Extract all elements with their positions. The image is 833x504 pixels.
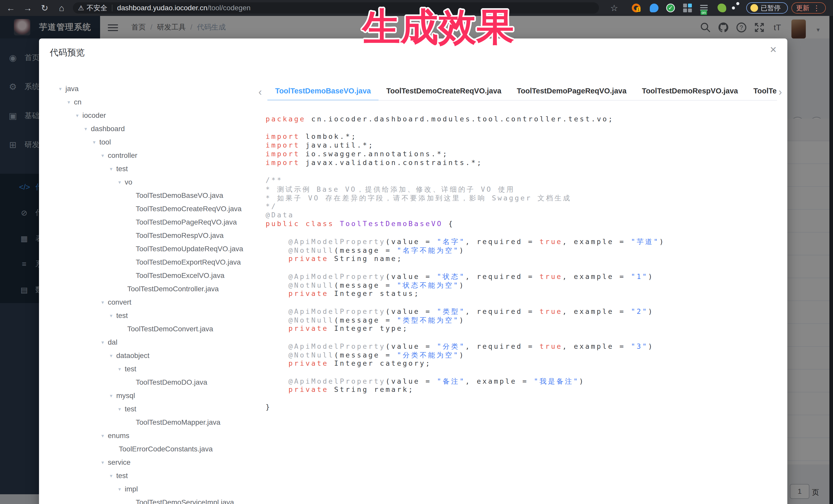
tree-node-label: vo: [125, 178, 133, 186]
window-edge: [829, 16, 833, 504]
tab-file[interactable]: ToolTestDemoCreateReqVO.java: [379, 84, 509, 101]
security-label[interactable]: 不安全: [87, 3, 107, 13]
code-token: {: [443, 220, 454, 227]
url-path[interactable]: /tool/codegen: [207, 4, 251, 12]
tree-file[interactable]: ToolTestDemoCreateReqVO.java: [59, 202, 257, 216]
code-token: "分类不能为空": [397, 351, 459, 359]
code-token: ): [459, 246, 465, 254]
extension-ring-icon[interactable]: 1: [632, 4, 641, 12]
tree-folder[interactable]: ▾java: [59, 82, 257, 95]
extension-list-icon[interactable]: on: [700, 4, 709, 12]
tree-folder[interactable]: ▾test: [59, 402, 257, 416]
caret-down-icon[interactable]: ▾: [101, 459, 108, 465]
caret-down-icon[interactable]: ▾: [110, 393, 116, 399]
code-line: */: [266, 202, 782, 211]
tree-folder[interactable]: ▾tool: [59, 136, 257, 149]
tree-folder[interactable]: ▾test: [59, 469, 257, 482]
tab-file[interactable]: ToolTe: [746, 84, 777, 101]
code-token: "类型不能为空": [397, 316, 459, 324]
update-button[interactable]: 更新 ⋮: [791, 2, 826, 14]
tree-folder[interactable]: ▾iocoder: [59, 109, 257, 122]
tree-file[interactable]: ToolTestDemoController.java: [59, 282, 257, 296]
tree-file[interactable]: ToolErrorCodeConstants.java: [59, 442, 257, 456]
caret-down-icon[interactable]: ▾: [110, 473, 116, 479]
tree-file[interactable]: ToolTestDemoServiceImpl.java: [59, 496, 257, 504]
code-token: true: [540, 342, 563, 350]
bookmark-star-icon[interactable]: ☆: [610, 0, 618, 16]
tree-folder[interactable]: ▾convert: [59, 296, 257, 309]
code-line: import io.swagger.annotations.*;: [266, 150, 782, 159]
caret-down-icon[interactable]: ▾: [110, 353, 116, 359]
tree-file[interactable]: ToolTestDemoBaseVO.java: [59, 189, 257, 202]
tree-file[interactable]: ToolTestDemoPageReqVO.java: [59, 216, 257, 229]
caret-down-icon[interactable]: ▾: [101, 433, 108, 439]
tree-file[interactable]: ToolTestDemoExportReqVO.java: [59, 256, 257, 269]
tree-folder[interactable]: ▾enums: [59, 429, 257, 442]
tree-folder[interactable]: ▾impl: [59, 482, 257, 496]
tree-file[interactable]: ToolTestDemoConvert.java: [59, 322, 257, 336]
caret-down-icon[interactable]: ▾: [118, 366, 125, 372]
tree-file[interactable]: ToolTestDemoRespVO.java: [59, 229, 257, 242]
dialog-title: 代码预览: [50, 47, 85, 58]
home-icon[interactable]: ⌂: [55, 0, 68, 16]
not-secure-icon[interactable]: ⚠: [78, 4, 84, 12]
tree-folder[interactable]: ▾test: [59, 162, 257, 175]
extension-check-icon[interactable]: ✓: [666, 4, 675, 12]
code-token: "分类": [437, 342, 466, 350]
code-line: [266, 394, 782, 403]
extension-grid-icon[interactable]: [683, 4, 692, 12]
forward-icon[interactable]: →: [21, 0, 34, 16]
refresh-icon[interactable]: ↻: [38, 0, 51, 16]
tree-folder[interactable]: ▾cn: [59, 95, 257, 109]
caret-down-icon[interactable]: ▾: [118, 406, 125, 412]
code-token: [266, 307, 288, 315]
tree-folder[interactable]: ▾mysql: [59, 389, 257, 402]
tree-file[interactable]: ToolTestDemoMapper.java: [59, 416, 257, 429]
tab-file[interactable]: ToolTestDemoPageReqVO.java: [509, 84, 634, 101]
tree-folder[interactable]: ▾vo: [59, 175, 257, 189]
caret-down-icon[interactable]: ▾: [101, 299, 108, 305]
browser-menu-icon[interactable]: ⋮: [809, 4, 823, 12]
caret-down-icon[interactable]: ▾: [76, 113, 82, 119]
caret-down-icon[interactable]: ▾: [110, 166, 116, 172]
caret-down-icon[interactable]: ▾: [118, 486, 125, 492]
tree-file[interactable]: ToolTestDemoUpdateReqVO.java: [59, 242, 257, 256]
tree-folder[interactable]: ▾test: [59, 362, 257, 376]
tree-folder[interactable]: ▾controller: [59, 149, 257, 162]
tree-node-label: ToolTestDemoExportReqVO.java: [136, 258, 241, 266]
tree-file[interactable]: ToolTestDemoExcelVO.java: [59, 269, 257, 282]
code-token: (value =: [385, 272, 437, 281]
tab-file[interactable]: ToolTestDemoBaseVO.java: [267, 84, 379, 101]
caret-down-icon[interactable]: ▾: [93, 139, 99, 145]
caret-down-icon[interactable]: ▾: [101, 152, 108, 159]
caret-down-icon[interactable]: ▾: [118, 179, 125, 185]
code-token: ): [459, 281, 465, 289]
tabs-scroll-right-icon[interactable]: ›: [777, 87, 782, 101]
caret-down-icon[interactable]: ▾: [110, 313, 116, 319]
tree-folder[interactable]: ▾test: [59, 309, 257, 322]
caret-down-icon[interactable]: ▾: [85, 126, 91, 132]
code-token: [266, 289, 288, 297]
tree-file[interactable]: ToolTestDemoDO.java: [59, 376, 257, 389]
tree-folder[interactable]: ▾dashboard: [59, 122, 257, 136]
code-token: [266, 272, 288, 281]
code-token: @ApiModelProperty: [288, 307, 385, 315]
url-host[interactable]: dashboard.yudao.iocoder.cn: [117, 4, 207, 12]
caret-down-icon[interactable]: ▾: [101, 339, 108, 345]
tree-folder[interactable]: ▾dal: [59, 336, 257, 349]
caret-down-icon[interactable]: ▾: [59, 86, 66, 92]
tree-node-label: ToolTestDemoDO.java: [136, 378, 207, 386]
back-icon[interactable]: ←: [4, 0, 18, 16]
tree-folder[interactable]: ▾dataobject: [59, 349, 257, 362]
extension-plant-icon[interactable]: [717, 4, 726, 12]
tree-folder[interactable]: ▾service: [59, 456, 257, 469]
paused-chip[interactable]: 已暂停: [746, 2, 788, 14]
code-token: [266, 238, 288, 246]
close-icon[interactable]: ×: [767, 43, 780, 56]
caret-down-icon[interactable]: ▾: [68, 99, 74, 105]
tab-file[interactable]: ToolTestDemoRespVO.java: [634, 84, 745, 101]
code-token: [266, 377, 288, 385]
tabs-scroll-left-icon[interactable]: ‹: [258, 87, 263, 101]
extension-pin-icon[interactable]: [650, 4, 659, 12]
code-token: [266, 246, 288, 254]
